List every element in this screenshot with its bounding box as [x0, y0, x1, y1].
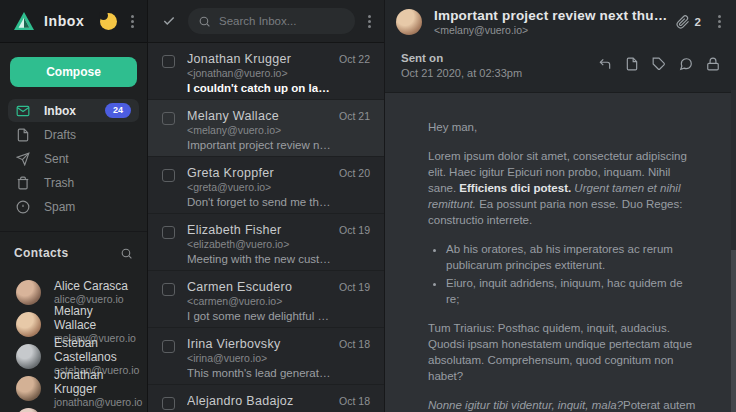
contact-name: Melany Wallace — [54, 304, 136, 332]
body-paragraph: Lorem ipsum dolor sit amet, consectetur … — [428, 148, 696, 228]
email-checkbox[interactable] — [162, 340, 175, 353]
trash-icon — [16, 176, 30, 190]
nav-label: Inbox — [44, 104, 105, 118]
envelope-icon — [16, 104, 30, 118]
mail-app: Inbox Compose Inbox 24 Drafts — [0, 0, 736, 412]
avatar — [16, 312, 41, 337]
contact-name: Alice Carasca — [54, 279, 128, 293]
sender-name: Elizabeth Fisher — [187, 223, 331, 238]
nav-label: Trash — [44, 176, 131, 190]
sidebar-header: Inbox — [0, 0, 147, 43]
email-checkbox[interactable] — [162, 283, 175, 296]
mailbox-nav: Inbox 24 Drafts Sent Trash — [0, 97, 147, 221]
list-menu-dots-icon[interactable] — [365, 12, 374, 31]
contacts-list: Alice Carasca alice@vuero.io Melany Wall… — [0, 268, 147, 412]
nav-item-spam[interactable]: Spam — [8, 195, 139, 218]
alert-circle-icon — [16, 200, 30, 214]
email-checkbox[interactable] — [162, 55, 175, 68]
search-input[interactable] — [219, 15, 345, 27]
email-detail-from: <melany@vuero.io> — [434, 24, 670, 36]
sender-name: Alejandro Badajoz — [187, 394, 331, 409]
sender-name: Melany Wallace — [187, 109, 331, 124]
email-row[interactable]: Melany Wallace <melany@vuero.io> Importa… — [148, 100, 384, 157]
nav-item-trash[interactable]: Trash — [8, 171, 139, 194]
email-list-panel: Jonathan Krugger <jonathan@vuero.io> I c… — [148, 0, 385, 412]
email-date: Oct 21 — [339, 109, 370, 156]
email-row[interactable]: Jonathan Krugger <jonathan@vuero.io> I c… — [148, 43, 384, 100]
email-checkbox[interactable] — [162, 226, 175, 239]
body-greeting: Hey man, — [428, 119, 696, 135]
email-date: Oct 18 — [339, 337, 370, 384]
body-paragraph: Nonne igitur tibi videntur, inquit, mala… — [428, 397, 696, 412]
email-body: Hey man, Lorem ipsum dolor sit amet, con… — [385, 93, 736, 412]
sender-name: Irina Vierbovsky — [187, 337, 331, 352]
sidebar-menu-dots-icon[interactable] — [128, 12, 137, 31]
contacts-title: Contacts — [14, 246, 120, 260]
sent-date: Oct 21 2020, at 02:33pm — [401, 66, 598, 80]
email-detail-header: Important project review next thursday <… — [385, 0, 736, 43]
email-actions — [598, 57, 720, 71]
nav-item-drafts[interactable]: Drafts — [8, 123, 139, 146]
email-checkbox[interactable] — [162, 169, 175, 182]
contact-list-item[interactable]: Jonathan Krugger jonathan@vuero.io — [0, 372, 147, 404]
avatar — [16, 280, 41, 305]
tag-icon[interactable] — [652, 57, 666, 71]
email-subject: I couldn't catch up on last time's dinne… — [187, 81, 331, 96]
contacts-header: Contacts — [0, 231, 147, 268]
nav-item-sent[interactable]: Sent — [8, 147, 139, 170]
detail-scrollbar-track[interactable] — [731, 90, 736, 412]
email-detail-subject: Important project review next thursday — [434, 8, 670, 24]
avatar — [16, 344, 41, 369]
nav-label: Sent — [44, 152, 131, 166]
nav-item-inbox[interactable]: Inbox 24 — [8, 99, 139, 122]
sent-info-bar: Sent on Oct 21 2020, at 02:33pm — [385, 43, 736, 93]
sender-email: <elizabeth@vuero.io> — [187, 238, 331, 251]
lock-icon[interactable] — [706, 57, 720, 71]
contacts-search-icon[interactable] — [120, 247, 133, 260]
email-date: Oct 18 — [339, 394, 370, 412]
avatar — [16, 376, 41, 401]
select-all-check-icon[interactable] — [162, 14, 176, 28]
email-row[interactable]: Alejandro Badajoz Oct 18 — [148, 385, 384, 412]
compose-button[interactable]: Compose — [10, 57, 137, 87]
attachments-indicator[interactable]: 2 — [676, 15, 701, 29]
paperclip-icon — [676, 15, 690, 29]
body-paragraph: Tum Triarius: Posthac quidem, inquit, au… — [428, 320, 696, 384]
email-subject: Don't forget to send me those budget not… — [187, 195, 331, 210]
email-subject: Important project review next thursday — [187, 138, 331, 153]
search-box — [188, 8, 355, 34]
email-checkbox[interactable] — [162, 397, 175, 410]
sender-email: <melany@vuero.io> — [187, 124, 331, 137]
email-row[interactable]: Greta Kroppfer <greta@vuero.io> Don't fo… — [148, 157, 384, 214]
detail-scrollbar-thumb[interactable] — [731, 250, 736, 412]
sender-name: Carmen Escudero — [187, 280, 331, 295]
email-rows: Jonathan Krugger <jonathan@vuero.io> I c… — [148, 43, 384, 412]
email-date: Oct 20 — [339, 166, 370, 213]
file-icon — [16, 128, 30, 142]
sender-avatar — [396, 9, 422, 35]
reply-icon[interactable] — [598, 57, 612, 71]
email-row[interactable]: Carmen Escudero <carmen@vuero.io> I got … — [148, 271, 384, 328]
sender-email: <carmen@vuero.io> — [187, 295, 331, 308]
nav-label: Spam — [44, 200, 131, 214]
app-logo-icon — [13, 11, 35, 31]
chat-icon[interactable] — [679, 57, 693, 71]
email-row[interactable]: Elizabeth Fisher <elizabeth@vuero.io> Me… — [148, 214, 384, 271]
sender-email: <irina@vuero.io> — [187, 352, 331, 365]
sender-email: <greta@vuero.io> — [187, 181, 331, 194]
email-checkbox[interactable] — [162, 112, 175, 125]
unread-count-badge: 24 — [105, 103, 131, 118]
detail-menu-dots-icon[interactable] — [715, 12, 724, 31]
nav-label: Drafts — [44, 128, 131, 142]
email-subject: I got some new delightful stuff that you… — [187, 309, 331, 324]
sent-on-label: Sent on — [401, 51, 598, 66]
contact-email: jonathan@vuero.io — [54, 396, 142, 409]
page-title: Inbox — [44, 13, 98, 29]
email-row[interactable]: Irina Vierbovsky <irina@vuero.io> This m… — [148, 328, 384, 385]
search-icon — [198, 15, 211, 28]
dark-mode-toggle-moon-icon[interactable] — [98, 11, 118, 31]
avatar — [16, 408, 41, 412]
sender-email: <jonathan@vuero.io> — [187, 67, 331, 80]
body-bullet: Ab his oratores, ab his imperatores ac r… — [446, 241, 696, 273]
document-icon[interactable] — [625, 57, 639, 71]
